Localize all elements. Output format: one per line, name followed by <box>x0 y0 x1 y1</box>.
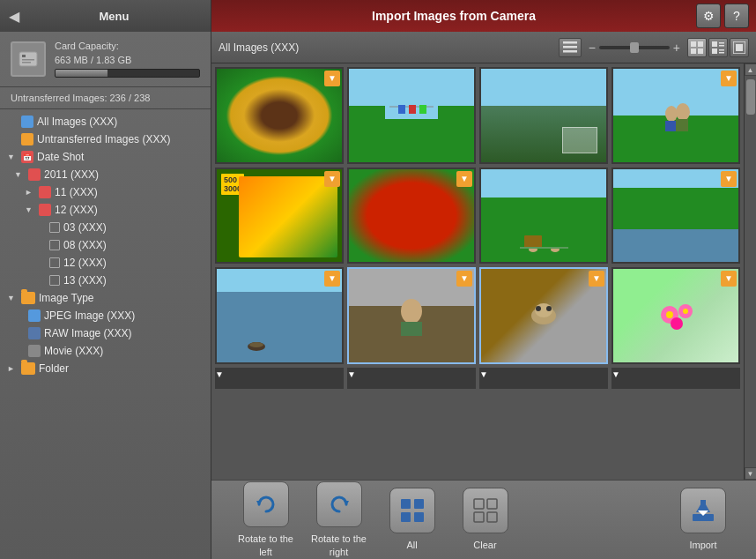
image-cell-12[interactable]: ▼ <box>611 267 740 364</box>
expand-button[interactable] <box>730 38 749 57</box>
svg-rect-6 <box>563 50 577 53</box>
tree-section: All Images (XXX) Untransferred Images (X… <box>0 109 211 559</box>
svg-point-47 <box>683 309 688 314</box>
card-info: Card Capacity: 663 MB / 1.83 GB <box>0 32 211 87</box>
sidebar-item-label: Image Type <box>39 292 93 304</box>
sidebar-item-label: JPEG Image (XXX) <box>44 309 135 322</box>
badge-r4-1: ▼ <box>215 368 344 380</box>
sidebar-item-all-images[interactable]: All Images (XXX) <box>0 113 211 130</box>
transfer-badge-5: ▼ <box>324 171 340 187</box>
header: ◀ Menu Import Images from Camera ⚙ ? <box>0 0 756 32</box>
sidebar-item-day-13[interactable]: 13 (XXX) <box>0 272 211 289</box>
expand-icon: ▼ <box>25 205 35 214</box>
date-shot-icon: 📅 <box>21 151 33 163</box>
image-cell-2[interactable] <box>347 67 476 164</box>
grid-view-button[interactable] <box>687 38 707 57</box>
sidebar-item-label: 03 (XXX) <box>63 221 107 234</box>
svg-rect-7 <box>691 41 696 47</box>
rotate-left-action[interactable]: Rotate to theleft <box>229 481 302 558</box>
detail-view-button[interactable] <box>708 38 728 57</box>
image-cell-3[interactable] <box>479 67 608 164</box>
svg-rect-3 <box>22 62 31 63</box>
zoom-out-button[interactable]: − <box>589 41 596 55</box>
badge-r4-3: ▼ <box>479 368 608 380</box>
svg-rect-8 <box>698 41 703 47</box>
all-label: All <box>406 539 417 551</box>
vertical-scrollbar[interactable]: ▲ ▼ <box>744 63 756 480</box>
sidebar-item-month-11[interactable]: ► 11 (XXX) <box>0 183 211 201</box>
help-button[interactable]: ? <box>724 4 749 28</box>
image-cell-1[interactable]: ▼ <box>215 67 344 164</box>
svg-rect-38 <box>401 322 422 336</box>
image-cell-11[interactable]: ▼ <box>479 267 608 364</box>
transfer-badge-6: ▼ <box>456 171 472 187</box>
jpeg-icon <box>28 309 41 322</box>
scroll-thumb[interactable] <box>746 79 755 115</box>
svg-point-42 <box>546 306 552 311</box>
sidebar-item-image-type[interactable]: ▼ Image Type <box>0 289 211 307</box>
svg-rect-52 <box>401 512 411 522</box>
svg-rect-55 <box>487 499 497 509</box>
svg-point-45 <box>671 317 683 330</box>
svg-rect-1 <box>22 55 26 57</box>
rotate-right-button[interactable] <box>316 481 362 527</box>
image-cell-6[interactable]: ▼ <box>347 168 476 265</box>
import-action[interactable]: Import <box>668 488 738 551</box>
svg-rect-50 <box>401 499 411 509</box>
settings-button[interactable]: ⚙ <box>696 4 721 28</box>
sidebar-item-folder[interactable]: ► Folder <box>0 360 211 377</box>
svg-point-26 <box>665 106 678 122</box>
transfer-badge-1: ▼ <box>324 71 340 86</box>
image-cell-4[interactable]: ▼ <box>611 67 740 164</box>
sidebar-item-day-03[interactable]: 03 (XXX) <box>0 219 211 236</box>
clear-action[interactable]: Clear <box>448 488 522 551</box>
image-cell-5[interactable]: ▼ 5003000 <box>215 168 344 265</box>
svg-rect-31 <box>524 235 542 248</box>
zoom-slider: − + <box>589 41 680 55</box>
month-12-icon <box>39 204 51 216</box>
badge-r4-4: ▼ <box>611 368 740 380</box>
zoom-thumb[interactable] <box>630 42 639 53</box>
svg-rect-60 <box>700 500 706 512</box>
day-08-icon <box>49 240 60 250</box>
all-button[interactable] <box>389 488 435 533</box>
image-cell-10[interactable]: ▼ <box>347 267 476 364</box>
svg-point-37 <box>401 299 422 324</box>
import-button[interactable] <box>680 488 726 533</box>
sidebar-item-movie[interactable]: Movie (XXX) <box>0 342 211 360</box>
rotate-right-action[interactable]: Rotate to theright <box>302 481 375 558</box>
transfer-badge-4: ▼ <box>721 71 737 86</box>
scroll-down-button[interactable]: ▼ <box>745 467 757 480</box>
zoom-track[interactable] <box>599 46 670 49</box>
sidebar-item-day-08[interactable]: 08 (XXX) <box>0 236 211 254</box>
rotate-left-button[interactable] <box>243 481 289 527</box>
sidebar-item-month-12[interactable]: ▼ 12 (XXX) <box>0 201 211 219</box>
back-button[interactable]: ◀ <box>9 8 19 25</box>
svg-point-41 <box>536 306 541 311</box>
clear-label: Clear <box>473 539 496 551</box>
transfer-badge-10: ▼ <box>456 271 472 287</box>
zoom-in-button[interactable]: + <box>673 41 680 55</box>
all-action[interactable]: All <box>375 488 448 551</box>
svg-rect-20 <box>385 119 438 133</box>
day-12-icon <box>49 257 60 268</box>
sidebar-item-label: Untransferred Images (XXX) <box>37 133 170 145</box>
sidebar-item-raw[interactable]: RAW Image (XXX) <box>0 324 211 342</box>
sidebar-item-2011[interactable]: ▼ 2011 (XXX) <box>0 166 211 183</box>
list-view-button[interactable] <box>559 38 582 57</box>
clear-button[interactable] <box>463 488 508 533</box>
svg-point-46 <box>666 311 673 318</box>
sidebar-item-label: 08 (XXX) <box>63 239 107 251</box>
expand-icon: ► <box>25 188 35 197</box>
sidebar: Card Capacity: 663 MB / 1.83 GB Untransf… <box>0 32 211 559</box>
image-cell-7[interactable] <box>479 168 608 265</box>
image-cell-8[interactable]: ▼ <box>611 168 740 265</box>
header-menu: ◀ Menu <box>0 0 211 32</box>
sidebar-item-jpeg[interactable]: JPEG Image (XXX) <box>0 307 211 324</box>
svg-rect-14 <box>712 48 717 54</box>
scroll-up-button[interactable]: ▲ <box>745 63 757 76</box>
sidebar-item-date-shot[interactable]: ▼ 📅 Date Shot <box>0 148 211 166</box>
sidebar-item-day-12[interactable]: 12 (XXX) <box>0 254 211 272</box>
sidebar-item-untransferred[interactable]: Untransferred Images (XXX) <box>0 130 211 148</box>
image-cell-9[interactable]: ▼ <box>215 267 344 364</box>
